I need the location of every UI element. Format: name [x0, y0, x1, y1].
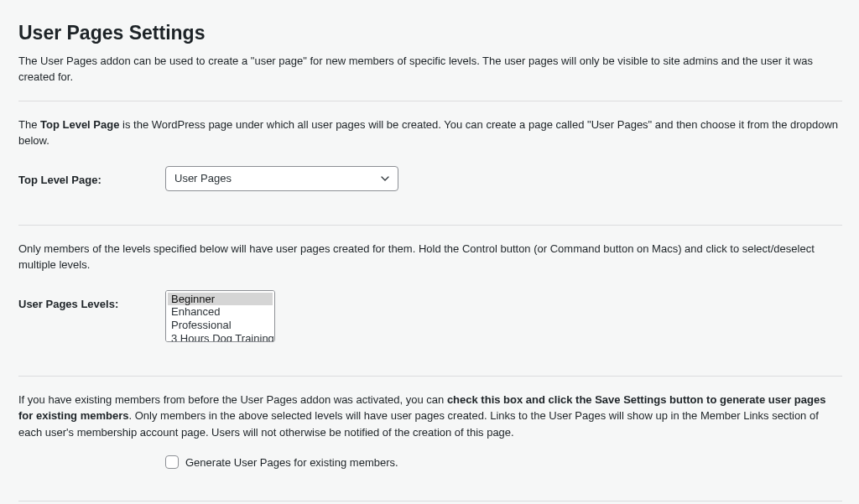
- divider: [18, 501, 842, 501]
- settings-page: User Pages Settings The User Pages addon…: [0, 0, 859, 504]
- level-option[interactable]: Beginner: [168, 293, 273, 306]
- generate-existing-label: Generate User Pages for existing members…: [185, 456, 398, 469]
- text-fragment: If you have existing members from before…: [18, 393, 447, 406]
- text-bold: Top Level Page: [40, 118, 119, 131]
- user-pages-levels-label: User Pages Levels:: [18, 290, 165, 313]
- divider: [18, 225, 842, 226]
- level-option[interactable]: Enhanced: [168, 305, 273, 319]
- user-pages-levels-row: User Pages Levels: BeginnerEnhancedProfe…: [18, 290, 842, 342]
- level-option[interactable]: 3 Hours Dog Training: [168, 332, 273, 342]
- top-level-page-select-wrapper: User Pages: [165, 166, 398, 191]
- page-title: User Pages Settings: [18, 8, 842, 53]
- generate-existing-row: Generate User Pages for existing members…: [165, 455, 842, 469]
- user-pages-levels-select[interactable]: BeginnerEnhancedProfessional3 Hours Dog …: [165, 290, 275, 342]
- levels-description: Only members of the levels specified bel…: [18, 241, 842, 273]
- existing-members-description: If you have existing members from before…: [18, 392, 842, 441]
- text-fragment: is the WordPress page under which all us…: [18, 118, 838, 148]
- divider: [18, 376, 842, 377]
- top-level-page-select[interactable]: User Pages: [165, 166, 398, 191]
- text-fragment: . Only members in the above selected lev…: [18, 409, 819, 439]
- top-level-description: The Top Level Page is the WordPress page…: [18, 117, 842, 149]
- user-pages-levels-control: BeginnerEnhancedProfessional3 Hours Dog …: [165, 290, 275, 342]
- level-option[interactable]: Professional: [168, 319, 273, 332]
- top-level-page-control: User Pages: [165, 166, 398, 191]
- generate-existing-checkbox[interactable]: [165, 455, 179, 469]
- intro-paragraph: The User Pages addon can be used to crea…: [18, 53, 842, 86]
- divider: [18, 101, 842, 101]
- text-fragment: The: [18, 118, 40, 131]
- top-level-page-row: Top Level Page: User Pages: [18, 166, 842, 191]
- top-level-page-label: Top Level Page:: [18, 166, 165, 189]
